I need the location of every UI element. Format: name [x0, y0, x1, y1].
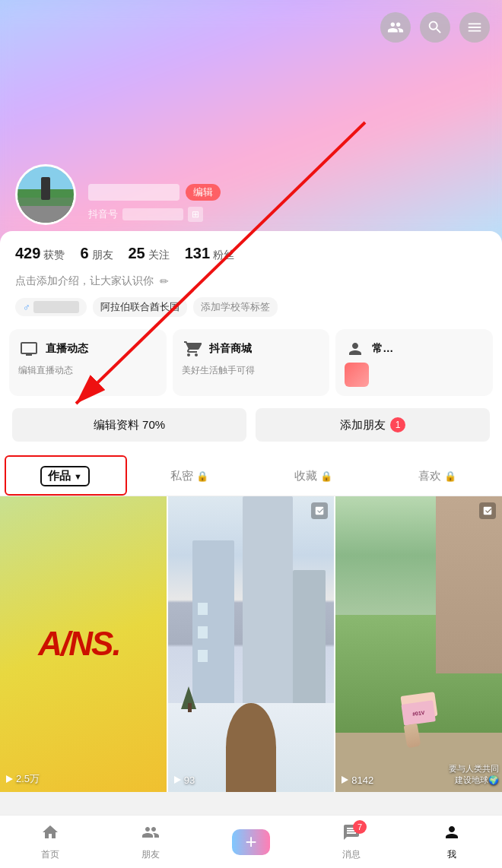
video-text-overlay: A/NS. [38, 625, 119, 663]
stats-row: 429 获赞 6 朋友 25 关注 131 粉丝 [0, 231, 502, 271]
tab-works[interactable]: 作品 ▼ [3, 457, 127, 496]
menu-icon-button[interactable] [459, 12, 490, 43]
friends-nav-icon [141, 823, 160, 846]
likes-count: 429 [15, 245, 40, 262]
avatar[interactable] [15, 164, 76, 225]
edit-profile-button[interactable]: 编辑资料 70% [12, 408, 246, 442]
search-icon [427, 19, 443, 36]
home-icon [41, 823, 59, 846]
people-icon-button[interactable] [380, 12, 411, 43]
main-card: 429 获赞 6 朋友 25 关注 131 粉丝 点击添加介绍，让大家认识你 ✏ [0, 231, 502, 792]
tv-icon [18, 338, 40, 360]
likes-tab-label: 喜欢 [418, 469, 441, 483]
country-tag[interactable]: 阿拉伯联合酋长国 [93, 297, 187, 317]
profile-text-area: 编辑 抖音号 ⊞ [88, 184, 221, 225]
likes-lock-icon: 🔒 [444, 470, 456, 482]
bio-text: 点击添加介绍，让大家认识你 [15, 274, 154, 288]
following-count: 25 [129, 245, 145, 262]
feature-live-header: 直播动态 [18, 338, 157, 360]
tabs-row: 作品 ▼ 私密 🔒 收藏 🔒 喜欢 🔒 [0, 457, 502, 496]
tags-row: ♂ 阿拉伯联合酋长国 添加学校等标签 [0, 297, 502, 329]
nav-profile[interactable]: 我 [402, 823, 502, 861]
video-overlay-3 [479, 502, 496, 519]
plus-button[interactable]: + [232, 829, 270, 855]
feature-live[interactable]: 直播动态 编辑直播动态 [9, 329, 167, 396]
profile-banner: 编辑 抖音号 ⊞ [0, 0, 502, 243]
friends-label: 朋友 [141, 848, 160, 861]
copy-id-icon[interactable]: ⊞ [188, 207, 203, 222]
video-overlay-2 [311, 502, 328, 519]
tab-container: 作品 ▼ 私密 🔒 收藏 🔒 喜欢 🔒 [0, 457, 502, 792]
cart-icon [182, 338, 203, 360]
edit-bio-icon[interactable]: ✏ [160, 275, 169, 287]
feature-other[interactable]: 常… [335, 329, 493, 396]
video-play-count-2: 93 [174, 775, 195, 786]
douyin-label: 抖音号 [88, 207, 118, 221]
people-icon [387, 19, 404, 36]
profile-nav-label: 我 [447, 848, 456, 861]
features-row: 直播动态 编辑直播动态 抖音商城 美好生活触手可得 [0, 329, 502, 408]
add-friend-button[interactable]: 添加朋友 1 [256, 408, 490, 442]
video-grid: A/NS. 2.5万 [0, 496, 502, 792]
video-type-icon-3 [479, 502, 496, 519]
nav-friends[interactable]: 朋友 [100, 823, 201, 861]
outdoor-scene-bg: #01V [335, 496, 502, 792]
nav-messages[interactable]: 7 消息 [301, 823, 402, 861]
plus-icon: + [245, 830, 256, 854]
followers-label: 粉丝 [213, 249, 234, 262]
menu-icon [466, 19, 483, 36]
messages-wrap: 7 [342, 823, 361, 846]
feature-shop[interactable]: 抖音商城 美好生活触手可得 [173, 329, 330, 396]
gender-icon: ♂ [23, 302, 30, 313]
play-icon-1 [6, 775, 13, 783]
stat-likes[interactable]: 429 获赞 [15, 245, 65, 262]
username-blurred [88, 184, 180, 201]
person-icon [345, 338, 366, 360]
profile-info: 编辑 抖音号 ⊞ [15, 164, 221, 225]
friend-notification-badge: 1 [390, 417, 405, 432]
stat-followers[interactable]: 131 粉丝 [185, 245, 234, 262]
stat-following[interactable]: 25 关注 [129, 245, 170, 262]
add-friend-label: 添加朋友 [340, 418, 386, 432]
age-blurred [33, 301, 79, 313]
play-icon-3 [342, 776, 348, 784]
shop-title: 抖音商城 [209, 342, 252, 356]
messages-badge: 7 [353, 820, 367, 834]
nav-plus[interactable]: + [201, 829, 301, 855]
stat-friends[interactable]: 6 朋友 [80, 245, 113, 262]
video-play-count-3: 8142 [342, 775, 373, 786]
video-type-icon-2 [311, 502, 328, 519]
top-icon-bar [380, 12, 490, 43]
friends-label: 朋友 [92, 249, 113, 262]
private-lock-icon: 🔒 [196, 470, 208, 482]
video-item-2[interactable]: 93 [168, 496, 335, 792]
bio-row[interactable]: 点击添加介绍，让大家认识你 ✏ [0, 271, 502, 297]
other-title: 常… [372, 342, 393, 356]
edit-profile-mini-button[interactable]: 编辑 [186, 184, 221, 201]
friends-count: 6 [80, 245, 88, 262]
home-label: 首页 [41, 848, 59, 861]
country-label: 阿拉伯联合酋长国 [100, 300, 180, 314]
followers-count: 131 [185, 245, 210, 262]
tab-collection[interactable]: 收藏 🔒 [251, 457, 375, 496]
gender-tag[interactable]: ♂ [15, 298, 87, 316]
likes-label: 获赞 [43, 249, 65, 262]
nav-home[interactable]: 首页 [0, 823, 100, 861]
tab-likes[interactable]: 喜欢 🔒 [375, 457, 499, 496]
video-item-1[interactable]: A/NS. 2.5万 [0, 496, 167, 792]
bottom-nav: 首页 朋友 + 7 消息 我 [0, 815, 502, 868]
play-icon-2 [174, 776, 181, 784]
profile-nav-icon [443, 823, 461, 846]
douyin-id-blurred [122, 208, 183, 220]
video-item-3[interactable]: #01V 8142 要与人类共同建设地球🌍 [335, 496, 502, 792]
following-label: 关注 [148, 249, 170, 262]
tab-private[interactable]: 私密 🔒 [127, 457, 251, 496]
add-tag-button[interactable]: 添加学校等标签 [193, 297, 278, 317]
avatar-image [17, 166, 74, 223]
video-play-count-1: 2.5万 [6, 772, 40, 786]
collection-lock-icon: 🔒 [320, 470, 332, 482]
search-icon-button[interactable] [420, 12, 450, 43]
live-title: 直播动态 [46, 342, 88, 356]
private-tab-label: 私密 [170, 469, 193, 483]
live-subtitle: 编辑直播动态 [18, 364, 157, 377]
